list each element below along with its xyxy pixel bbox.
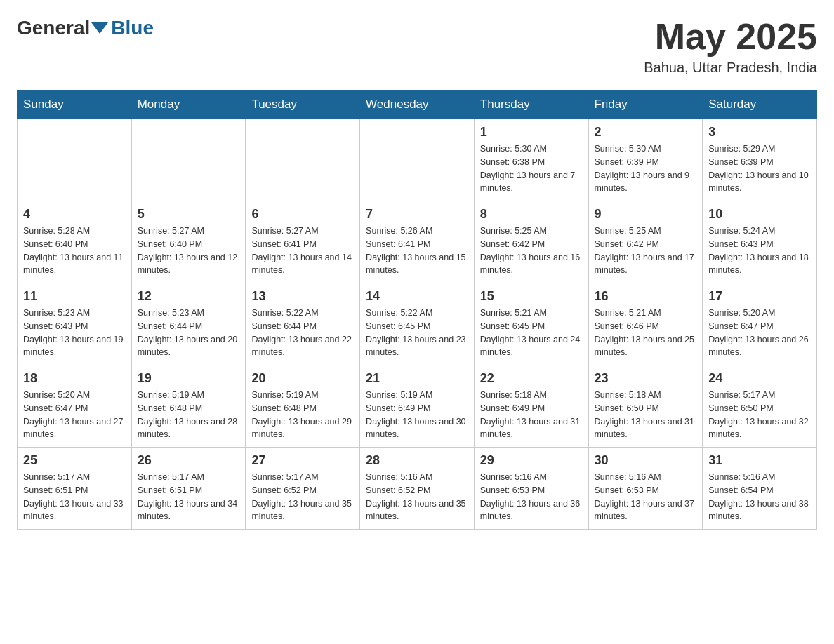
day-number: 20 [251, 371, 354, 386]
calendar-cell: 18Sunrise: 5:20 AMSunset: 6:47 PMDayligh… [18, 365, 132, 448]
day-info: Sunrise: 5:19 AMSunset: 6:49 PMDaylight:… [366, 389, 468, 441]
calendar-cell: 9Sunrise: 5:25 AMSunset: 6:42 PMDaylight… [588, 201, 703, 283]
day-number: 29 [480, 453, 583, 468]
day-number: 25 [23, 453, 126, 468]
calendar-cell: 3Sunrise: 5:29 AMSunset: 6:39 PMDaylight… [703, 119, 817, 201]
day-info: Sunrise: 5:28 AMSunset: 6:40 PMDaylight:… [23, 224, 126, 277]
day-number: 18 [23, 371, 126, 386]
day-number: 30 [595, 453, 697, 468]
day-info: Sunrise: 5:17 AMSunset: 6:51 PMDaylight:… [23, 471, 126, 523]
calendar-cell: 26Sunrise: 5:17 AMSunset: 6:51 PMDayligh… [131, 448, 246, 530]
day-info: Sunrise: 5:16 AMSunset: 6:53 PMDaylight:… [480, 471, 583, 523]
calendar-cell: 22Sunrise: 5:18 AMSunset: 6:49 PMDayligh… [474, 365, 588, 448]
day-info: Sunrise: 5:21 AMSunset: 6:45 PMDaylight:… [480, 307, 583, 359]
calendar-cell: 19Sunrise: 5:19 AMSunset: 6:48 PMDayligh… [131, 365, 246, 448]
day-number: 11 [23, 289, 126, 304]
day-info: Sunrise: 5:23 AMSunset: 6:44 PMDaylight:… [138, 307, 240, 359]
logo-blue-text: Blue [111, 17, 154, 39]
location-title: Bahua, Uttar Pradesh, India [644, 60, 817, 76]
day-info: Sunrise: 5:27 AMSunset: 6:40 PMDaylight:… [138, 224, 240, 277]
day-info: Sunrise: 5:20 AMSunset: 6:47 PMDaylight:… [23, 389, 126, 441]
day-number: 15 [480, 289, 583, 304]
day-info: Sunrise: 5:16 AMSunset: 6:53 PMDaylight:… [595, 471, 697, 523]
day-number: 9 [595, 207, 697, 222]
weekday-header-sunday: Sunday [18, 90, 132, 119]
day-info: Sunrise: 5:23 AMSunset: 6:43 PMDaylight:… [23, 307, 126, 359]
day-info: Sunrise: 5:24 AMSunset: 6:43 PMDaylight:… [708, 224, 811, 277]
day-info: Sunrise: 5:20 AMSunset: 6:47 PMDaylight:… [708, 307, 811, 359]
calendar-cell: 12Sunrise: 5:23 AMSunset: 6:44 PMDayligh… [131, 283, 246, 365]
calendar-header: SundayMondayTuesdayWednesdayThursdayFrid… [18, 90, 817, 119]
logo-general-text: General [17, 17, 90, 39]
calendar-cell: 29Sunrise: 5:16 AMSunset: 6:53 PMDayligh… [474, 448, 588, 530]
calendar-cell: 10Sunrise: 5:24 AMSunset: 6:43 PMDayligh… [703, 201, 817, 283]
day-info: Sunrise: 5:22 AMSunset: 6:44 PMDaylight:… [251, 307, 354, 359]
calendar-cell: 24Sunrise: 5:17 AMSunset: 6:50 PMDayligh… [703, 365, 817, 448]
calendar-cell: 21Sunrise: 5:19 AMSunset: 6:49 PMDayligh… [360, 365, 475, 448]
day-info: Sunrise: 5:18 AMSunset: 6:50 PMDaylight:… [595, 389, 697, 441]
calendar-week-row: 25Sunrise: 5:17 AMSunset: 6:51 PMDayligh… [18, 448, 817, 530]
day-info: Sunrise: 5:22 AMSunset: 6:45 PMDaylight:… [366, 307, 468, 359]
logo: General Blue [17, 17, 154, 39]
day-number: 5 [138, 207, 240, 222]
day-info: Sunrise: 5:21 AMSunset: 6:46 PMDaylight:… [595, 307, 697, 359]
day-info: Sunrise: 5:25 AMSunset: 6:42 PMDaylight:… [595, 224, 697, 277]
calendar-cell [131, 119, 246, 201]
calendar-cell: 23Sunrise: 5:18 AMSunset: 6:50 PMDayligh… [588, 365, 703, 448]
day-number: 24 [708, 371, 811, 386]
day-number: 27 [251, 453, 354, 468]
calendar-week-row: 18Sunrise: 5:20 AMSunset: 6:47 PMDayligh… [18, 365, 817, 448]
day-number: 3 [708, 125, 811, 140]
calendar-body: 1Sunrise: 5:30 AMSunset: 6:38 PMDaylight… [18, 119, 817, 530]
day-number: 1 [480, 125, 583, 140]
calendar-table: SundayMondayTuesdayWednesdayThursdayFrid… [17, 90, 817, 530]
calendar-cell: 25Sunrise: 5:17 AMSunset: 6:51 PMDayligh… [18, 448, 132, 530]
calendar-cell: 28Sunrise: 5:16 AMSunset: 6:52 PMDayligh… [360, 448, 475, 530]
calendar-cell: 27Sunrise: 5:17 AMSunset: 6:52 PMDayligh… [246, 448, 360, 530]
day-number: 21 [366, 371, 468, 386]
day-info: Sunrise: 5:17 AMSunset: 6:52 PMDaylight:… [251, 471, 354, 523]
day-number: 19 [138, 371, 240, 386]
calendar-cell: 7Sunrise: 5:26 AMSunset: 6:41 PMDaylight… [360, 201, 475, 283]
weekday-header-thursday: Thursday [474, 90, 588, 119]
calendar-cell: 13Sunrise: 5:22 AMSunset: 6:44 PMDayligh… [246, 283, 360, 365]
calendar-cell: 20Sunrise: 5:19 AMSunset: 6:48 PMDayligh… [246, 365, 360, 448]
logo-arrow-icon [91, 22, 108, 34]
weekday-header-row: SundayMondayTuesdayWednesdayThursdayFrid… [18, 90, 817, 119]
day-number: 2 [595, 125, 697, 140]
calendar-cell: 11Sunrise: 5:23 AMSunset: 6:43 PMDayligh… [18, 283, 132, 365]
day-number: 10 [708, 207, 811, 222]
calendar-cell [246, 119, 360, 201]
calendar-cell: 5Sunrise: 5:27 AMSunset: 6:40 PMDaylight… [131, 201, 246, 283]
day-info: Sunrise: 5:26 AMSunset: 6:41 PMDaylight:… [366, 224, 468, 277]
day-info: Sunrise: 5:19 AMSunset: 6:48 PMDaylight:… [251, 389, 354, 441]
calendar-cell: 30Sunrise: 5:16 AMSunset: 6:53 PMDayligh… [588, 448, 703, 530]
day-number: 17 [708, 289, 811, 304]
title-section: May 2025 Bahua, Uttar Pradesh, India [644, 17, 817, 76]
weekday-header-tuesday: Tuesday [246, 90, 360, 119]
calendar-cell: 14Sunrise: 5:22 AMSunset: 6:45 PMDayligh… [360, 283, 475, 365]
day-number: 13 [251, 289, 354, 304]
calendar-cell: 16Sunrise: 5:21 AMSunset: 6:46 PMDayligh… [588, 283, 703, 365]
day-number: 31 [708, 453, 811, 468]
calendar-cell [360, 119, 475, 201]
day-number: 23 [595, 371, 697, 386]
day-number: 4 [23, 207, 126, 222]
day-info: Sunrise: 5:16 AMSunset: 6:54 PMDaylight:… [708, 471, 811, 523]
calendar-cell: 15Sunrise: 5:21 AMSunset: 6:45 PMDayligh… [474, 283, 588, 365]
calendar-cell: 17Sunrise: 5:20 AMSunset: 6:47 PMDayligh… [703, 283, 817, 365]
calendar-week-row: 4Sunrise: 5:28 AMSunset: 6:40 PMDaylight… [18, 201, 817, 283]
day-number: 28 [366, 453, 468, 468]
day-info: Sunrise: 5:30 AMSunset: 6:39 PMDaylight:… [595, 142, 697, 195]
day-info: Sunrise: 5:19 AMSunset: 6:48 PMDaylight:… [138, 389, 240, 441]
day-number: 7 [366, 207, 468, 222]
day-number: 14 [366, 289, 468, 304]
calendar-cell [18, 119, 132, 201]
day-info: Sunrise: 5:29 AMSunset: 6:39 PMDaylight:… [708, 142, 811, 195]
day-info: Sunrise: 5:16 AMSunset: 6:52 PMDaylight:… [366, 471, 468, 523]
day-number: 16 [595, 289, 697, 304]
weekday-header-monday: Monday [131, 90, 246, 119]
page-header: General Blue May 2025 Bahua, Uttar Prade… [17, 17, 817, 76]
day-info: Sunrise: 5:17 AMSunset: 6:51 PMDaylight:… [138, 471, 240, 523]
day-number: 22 [480, 371, 583, 386]
